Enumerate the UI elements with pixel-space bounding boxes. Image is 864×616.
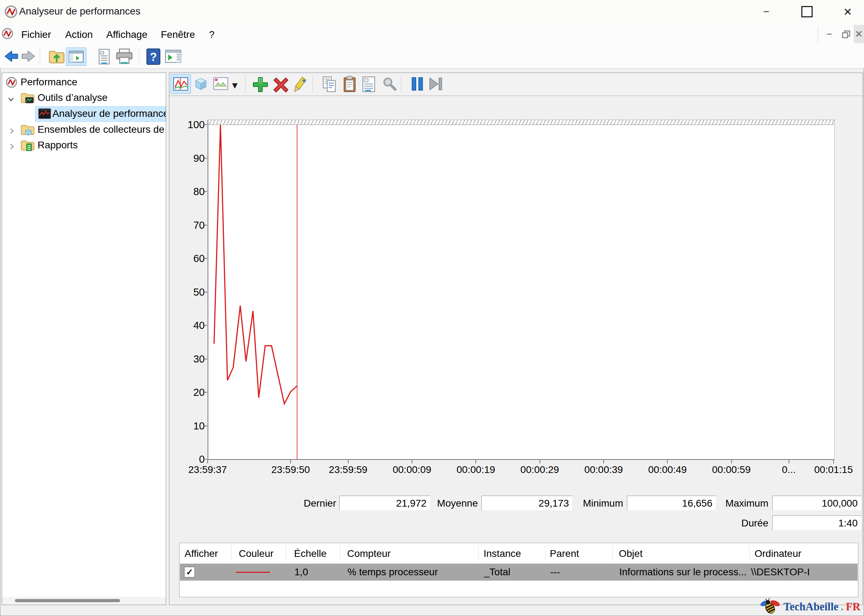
col-header-instance[interactable]: Instance	[483, 547, 521, 561]
maximum-label: Maximum	[691, 496, 768, 511]
tree-root-performance[interactable]: Performance	[2, 75, 166, 89]
tree-item-ensembles-collecteurs[interactable]: Ensembles de collecteurs de données	[2, 123, 166, 137]
y-tick-mark	[204, 225, 207, 226]
chart-toolbar-separator	[401, 76, 401, 92]
counter-color-swatch	[236, 572, 270, 573]
x-tick-mark	[667, 459, 668, 464]
close-button[interactable]: ✕	[835, 2, 860, 21]
app-window: Analyseur de performances − ✕ Fichier Ac…	[0, 0, 864, 616]
x-tick-mark	[475, 459, 476, 464]
tree-item-rapports[interactable]: Rapports	[2, 138, 166, 152]
dernier-label: Dernier	[258, 496, 336, 511]
y-tick-label: 30	[172, 353, 205, 365]
freeze-display-icon[interactable]	[409, 76, 425, 93]
console-tree-toggle-icon[interactable]	[66, 47, 87, 66]
x-tick-mark	[731, 459, 732, 464]
menu-action[interactable]: Action	[62, 28, 96, 41]
counter-row[interactable]: ✓ 1,0 % temps processeur _Total --- Info…	[180, 564, 858, 581]
show-counter-checkbox[interactable]: ✓	[184, 567, 195, 577]
y-tick-label: 90	[172, 152, 205, 164]
change-graph-type-icon[interactable]	[212, 76, 229, 93]
highlight-icon[interactable]	[293, 76, 308, 95]
y-tick-mark	[204, 392, 207, 393]
y-tick-mark	[204, 124, 207, 125]
main-toolbar: ?	[0, 45, 864, 68]
col-header-afficher[interactable]: Afficher	[184, 547, 218, 561]
paste-counter-list-icon[interactable]	[342, 76, 357, 94]
chart-canvas	[208, 125, 834, 459]
console-tree-panel: Performance Outils d’analyse	[2, 72, 166, 605]
cell-parent: ---	[550, 564, 560, 581]
perfmon-app-icon	[4, 5, 18, 20]
mdi-minimize-button[interactable]: −	[822, 25, 837, 43]
menu-help[interactable]: ?	[206, 28, 217, 41]
col-header-objet[interactable]: Objet	[619, 547, 643, 561]
tree-item-outils-analyse[interactable]: Outils d’analyse	[2, 91, 166, 105]
graph-type-dropdown-arrow[interactable]: ▼	[230, 80, 239, 91]
properties-icon[interactable]	[360, 76, 377, 94]
x-tick-label: 00:01:15	[800, 464, 863, 476]
chart-toolbar-separator	[312, 76, 313, 92]
restore-icon	[842, 30, 849, 38]
minimum-label: Minimum	[545, 496, 623, 511]
add-counter-icon[interactable]	[252, 76, 269, 95]
tree-item-analyseur-performances[interactable]: Analyseur de performances	[2, 107, 166, 121]
x-tick-label: 23:59:37	[174, 464, 241, 476]
copy-properties-icon[interactable]	[322, 76, 337, 94]
folder-monitor-icon	[20, 92, 35, 108]
perfmon-graph-icon	[38, 108, 51, 123]
y-tick-mark	[204, 158, 207, 159]
menu-affichage[interactable]: Affichage	[104, 28, 150, 41]
mdi-separator	[818, 26, 818, 42]
y-tick-mark	[204, 358, 207, 359]
view-log-data-icon[interactable]	[193, 76, 209, 93]
back-icon[interactable]	[3, 48, 19, 66]
menu-fenetre[interactable]: Fenêtre	[158, 28, 198, 41]
title-bar: Analyseur de performances − ✕	[0, 0, 864, 24]
update-data-icon[interactable]	[427, 76, 444, 93]
mdi-restore-button[interactable]	[838, 25, 853, 43]
forward-icon[interactable]	[20, 48, 37, 66]
folder-collector-icon	[20, 124, 35, 140]
y-tick-mark	[204, 258, 207, 259]
export-list-icon[interactable]	[96, 48, 112, 66]
chevron-right-icon[interactable]	[7, 141, 16, 155]
help-icon[interactable]: ?	[146, 48, 161, 66]
action-pane-toggle-icon[interactable]	[164, 48, 182, 66]
x-tick-label: 00:00:19	[442, 464, 509, 476]
menu-fichier[interactable]: Fichier	[19, 28, 54, 41]
zoom-icon[interactable]	[381, 76, 397, 93]
y-tick-label: 40	[172, 319, 205, 332]
cell-compteur: % temps processeur	[348, 564, 438, 581]
scrollbar-thumb[interactable]	[15, 599, 120, 602]
y-tick-label: 60	[172, 252, 205, 264]
chevron-down-icon[interactable]	[6, 93, 16, 108]
col-header-compteur[interactable]: Compteur	[347, 547, 391, 561]
window-title: Analyseur de performances	[19, 6, 140, 17]
x-tick-label: 23:59:59	[315, 464, 382, 476]
column-separator	[231, 545, 231, 561]
column-separator	[545, 545, 546, 561]
delete-counter-icon[interactable]	[272, 76, 290, 95]
mdi-close-button[interactable]: ✕	[854, 25, 864, 43]
maximum-value-box: 100,000	[772, 496, 861, 511]
maximize-button[interactable]	[795, 2, 819, 21]
svg-text:?: ?	[150, 50, 157, 63]
up-one-level-icon[interactable]	[48, 48, 65, 66]
view-current-activity-icon[interactable]	[170, 74, 191, 94]
print-icon[interactable]	[115, 48, 134, 66]
bee-icon	[759, 597, 781, 616]
graph-plot-area	[208, 119, 835, 460]
col-header-ordinateur[interactable]: Ordinateur	[755, 547, 801, 561]
minimize-button[interactable]: −	[754, 2, 779, 21]
col-header-parent[interactable]: Parent	[550, 547, 579, 561]
col-header-echelle[interactable]: Échelle	[294, 547, 327, 561]
y-tick-mark	[204, 292, 207, 292]
perfmon-menu-icon	[2, 28, 13, 41]
x-tick-mark	[833, 459, 834, 464]
col-header-couleur[interactable]: Couleur	[239, 547, 274, 561]
chevron-right-icon[interactable]	[7, 125, 16, 140]
y-tick-label: 70	[172, 219, 205, 231]
cell-objet: Informations sur le process...	[619, 564, 749, 581]
tree-horizontal-scrollbar[interactable]	[2, 597, 166, 605]
